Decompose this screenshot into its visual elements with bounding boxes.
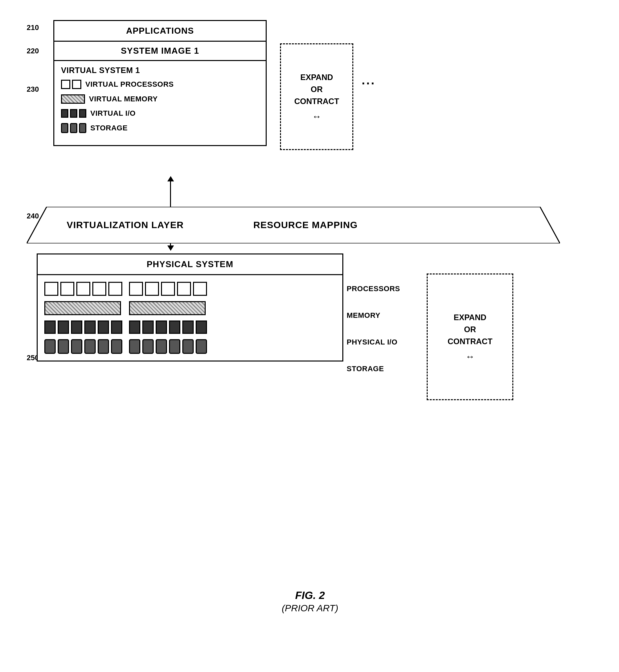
pstor-5 [98, 339, 109, 354]
phys-label-io: PHYSICAL I/O [347, 333, 400, 351]
vm-icon [61, 95, 85, 104]
virt-layer-shape: VIRTUALIZATION LAYER RESOURCE MAPPING [27, 207, 560, 243]
fig-caption: FIG. 2 (PRIOR ART) [27, 589, 593, 614]
pstor-4 [84, 339, 96, 354]
expand-text-top: EXPANDORCONTRACT [294, 71, 339, 107]
virt-layer-right-text: RESOURCE MAPPING [253, 220, 358, 231]
pstor-8 [142, 339, 154, 354]
pio-2 [58, 320, 69, 334]
expand-arrow-top: ↔ [312, 111, 321, 122]
pstor-7 [129, 339, 140, 354]
phys-mem-row-1 [44, 301, 122, 315]
pstor-6 [111, 339, 122, 354]
phys-io-row-2 [129, 320, 207, 334]
pproc-9 [177, 282, 191, 296]
pstor-9 [156, 339, 167, 354]
pstor-12 [196, 339, 207, 354]
ref-210: 210 [27, 23, 39, 32]
vm-row: VIRTUAL MEMORY [61, 95, 259, 104]
vm-label: VIRTUAL MEMORY [89, 95, 158, 103]
physical-title: PHYSICAL SYSTEM [38, 254, 342, 275]
vio-icon [61, 109, 86, 118]
ref-230: 230 [27, 85, 39, 94]
fig-subtitle: (PRIOR ART) [27, 603, 593, 614]
pio-11 [182, 320, 194, 334]
phys-label-proc: PROCESSORS [347, 280, 400, 298]
expand-box-bottom: EXPANDORCONTRACT ↔ [427, 273, 513, 400]
expand-text-bottom: EXPANDORCONTRACT [448, 311, 493, 348]
io-sq-3 [79, 109, 86, 118]
pio-3 [71, 320, 82, 334]
physical-system-box: PHYSICAL SYSTEM [37, 253, 343, 362]
pstor-10 [169, 339, 180, 354]
phys-io-row-1 [44, 320, 122, 334]
vio-row: VIRTUAL I/O [61, 109, 259, 118]
proc-sq-1 [61, 80, 70, 89]
pproc-1 [44, 282, 58, 296]
phys-labels: PROCESSORS MEMORY PHYSICAL I/O STORAGE [347, 273, 400, 377]
phys-label-mem: MEMORY [347, 307, 400, 324]
io-sq-2 [70, 109, 77, 118]
pmem-1 [44, 301, 121, 315]
mem-rect-1 [61, 95, 85, 104]
pio-1 [44, 320, 56, 334]
pproc-8 [161, 282, 175, 296]
phys-storage-row-1 [44, 339, 122, 354]
vp-label: VIRTUAL PROCESSORS [85, 80, 174, 89]
pio-7 [129, 320, 140, 334]
cyl-1 [61, 123, 68, 133]
vs-title: VIRTUAL SYSTEM 1 [61, 66, 259, 75]
pproc-5 [108, 282, 122, 296]
pio-6 [111, 320, 122, 334]
pstor-1 [44, 339, 56, 354]
pmem-2 [129, 301, 206, 315]
vstorage-label: STORAGE [90, 124, 128, 132]
pproc-10 [193, 282, 207, 296]
diagram-container: 210 220 230 APPLICATIONS SYSTEM IMAGE 1 … [27, 20, 593, 620]
ref-220: 220 [27, 47, 39, 55]
vstorage-icon [61, 123, 86, 133]
pio-10 [169, 320, 180, 334]
virtual-system-inner: VIRTUAL SYSTEM 1 VIRTUAL PROCESSORS VIRT… [54, 61, 266, 145]
pproc-7 [145, 282, 159, 296]
vp-icon [61, 80, 81, 89]
pio-9 [156, 320, 167, 334]
physical-inner [38, 275, 342, 361]
phys-mem-row-2 [129, 301, 207, 315]
pstor-3 [71, 339, 82, 354]
pstor-2 [58, 339, 69, 354]
pproc-2 [60, 282, 74, 296]
vp-row: VIRTUAL PROCESSORS [61, 80, 259, 89]
pio-5 [98, 320, 109, 334]
dots-label: ... [362, 73, 376, 87]
phys-proc-row-2 [129, 282, 207, 296]
pproc-4 [92, 282, 106, 296]
pproc-3 [76, 282, 90, 296]
applications-row: APPLICATIONS [54, 21, 266, 42]
virt-layer-left-text: VIRTUALIZATION LAYER [67, 220, 184, 231]
pstor-11 [182, 339, 194, 354]
fig-title: FIG. 2 [27, 589, 593, 602]
cyl-3 [79, 123, 86, 133]
pio-8 [142, 320, 154, 334]
expand-arrow-bottom: ↔ [465, 352, 475, 362]
phys-column-2 [129, 282, 207, 354]
system-image-row: SYSTEM IMAGE 1 [54, 42, 266, 61]
io-sq-1 [61, 109, 68, 118]
vio-label: VIRTUAL I/O [90, 109, 136, 118]
virtual-system-box: APPLICATIONS SYSTEM IMAGE 1 VIRTUAL SYST… [53, 20, 267, 146]
cyl-2 [70, 123, 77, 133]
vstorage-row: STORAGE [61, 123, 259, 133]
proc-sq-2 [72, 80, 81, 89]
virt-layer-container: VIRTUALIZATION LAYER RESOURCE MAPPING [27, 207, 560, 243]
phys-proc-row-1 [44, 282, 122, 296]
phys-label-storage: STORAGE [347, 360, 400, 377]
expand-box-top: EXPANDORCONTRACT ↔ [280, 43, 353, 150]
pio-12 [196, 320, 207, 334]
pproc-6 [129, 282, 143, 296]
phys-storage-row-2 [129, 339, 207, 354]
pio-4 [84, 320, 96, 334]
phys-column-1 [44, 282, 122, 354]
